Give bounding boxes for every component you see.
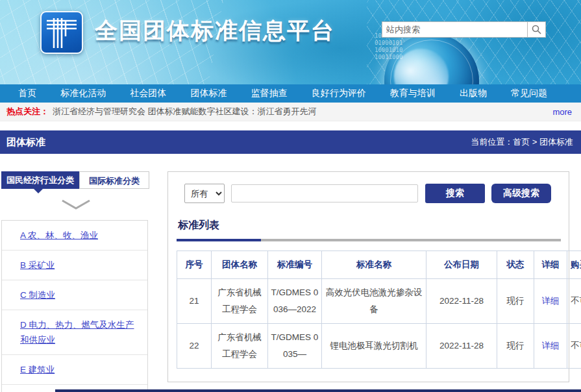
breadcrumb[interactable]: 当前位置：首页 > 团体标准 [471,136,573,148]
section-bar: 团体标准 当前位置：首页 > 团体标准 [0,130,581,154]
table-row: 21广东省机械工程学会T/GDMES 0036—2022高效光伏电池激光掺杂设备… [177,279,581,324]
page: 10101000 01000101 10001010 10011000 全国团体… [0,0,581,392]
col-header-name: 标准名称 [322,251,426,279]
search-button[interactable]: 搜索 [425,184,485,203]
main-nav: 首页标准化活动社会团体团体标准监督抽查良好行为评价教育与培训出版物常见问题 [0,84,581,103]
col-header-no: 序号 [177,251,212,279]
hot-topics-label: 热点关注： [6,106,49,117]
site-header: 10101000 01000101 10001010 10011000 全国团体… [0,0,581,84]
hot-topic-headline[interactable]: 浙江省经济与管理研究会 团体标准赋能数字社区建设：浙江省勇开先河 [53,106,317,117]
cell-detail: 详细 [534,279,567,324]
category-link[interactable]: B 采矿业 [20,260,55,270]
category-item[interactable]: B 采矿业 [2,251,147,280]
nav-item-4[interactable]: 团体标准 [190,88,227,99]
col-header-date: 公布日期 [426,251,497,279]
nav-item-9[interactable]: 常见问题 [511,88,547,99]
nav-item-8[interactable]: 出版物 [460,88,487,99]
table-row: 22广东省机械工程学会T/GDMES 0035—锂电池极耳激光切割机2022-1… [177,324,581,369]
nav-item-6[interactable]: 良好行为评价 [312,88,366,99]
category-link[interactable]: E 建筑业 [20,365,55,374]
cell-no: 21 [177,279,212,324]
category-item[interactable]: D 电力、热力、燃气及水生产和供应业 [2,310,147,355]
section-title: 团体标准 [6,136,45,149]
title-underline [177,239,561,241]
category-link[interactable]: D 电力、热力、燃气及水生产和供应业 [20,320,134,345]
site-logo-icon [40,11,83,54]
cell-status: 现行 [497,324,534,369]
col-header-org: 团体名称 [212,251,268,279]
nav-item-5[interactable]: 监督抽查 [251,88,288,99]
bottom-strip [55,389,581,392]
nav-item-1[interactable]: 首页 [18,88,36,99]
cell-status: 现行 [497,279,534,324]
site-search-button[interactable] [527,21,546,38]
nav-item-2[interactable]: 标准化活动 [60,88,106,99]
cell-org: 广东省机械工程学会 [212,324,268,369]
nav-item-3[interactable]: 社会团体 [130,88,166,99]
site-title: 全国团体标准信息平台 [95,16,335,46]
tab-international-standard-classification[interactable]: 国际标准分类 [79,171,149,189]
search-icon [532,25,541,34]
list-title: 标准列表 [178,219,561,232]
keyword-input[interactable] [231,184,418,202]
category-link[interactable]: C 制造业 [20,290,55,300]
hot-topics-bar: 热点关注： 浙江省经济与管理研究会 团体标准赋能数字社区建设：浙江省勇开先河 m… [0,103,581,121]
cell-name: 高效光伏电池激光掺杂设备 [322,279,426,324]
site-search-input[interactable] [382,21,527,38]
category-item[interactable]: C 制造业 [2,280,147,310]
detail-link[interactable]: 详细 [542,296,560,306]
cell-detail: 详细 [534,324,567,369]
content: 国民经济行业分类 国际标准分类 A 农、林、牧、渔业B 采矿业C 制造业D 电力… [0,154,581,392]
table-header-row: 序号团体名称标准编号标准名称公布日期状态详细购买信息 [177,251,581,279]
category-list: A 农、林、牧、渔业B 采矿业C 制造业D 电力、热力、燃气及水生产和供应业E … [1,220,148,392]
detail-link[interactable]: 详细 [542,341,560,350]
site-search [382,21,546,38]
cell-code: T/GDMES 0036—2022 [268,279,322,324]
cell-purchase: 不可出售 [567,324,581,369]
category-item[interactable]: A 农、林、牧、渔业 [2,221,147,251]
cell-org: 广东省机械工程学会 [212,279,268,324]
col-header-code: 标准编号 [268,251,322,279]
standards-panel: 所有 搜索 高级搜索 标准列表 序号团体名称标准编号标准名称公布日期状态详细购买… [167,171,569,382]
cell-no: 22 [177,324,212,369]
sidebar-tabs: 国民经济行业分类 国际标准分类 [1,171,151,189]
category-link[interactable]: A 农、林、牧、渔业 [20,230,98,240]
cell-date: 2022-11-28 [426,279,497,324]
cell-name: 锂电池极耳激光切割机 [322,324,426,369]
filter-select[interactable]: 所有 [184,184,225,203]
nav-item-7[interactable]: 教育与培训 [390,88,436,99]
cell-purchase: 不可出售 [567,279,581,324]
category-item[interactable]: E 建筑业 [2,355,147,385]
standards-table: 序号团体名称标准编号标准名称公布日期状态详细购买信息21广东省机械工程学会T/G… [177,251,581,369]
more-link[interactable]: more [552,107,572,117]
col-header-detail: 详细 [534,251,567,279]
col-header-status: 状态 [497,251,534,279]
cell-code: T/GDMES 0035— [268,324,322,369]
advanced-search-button[interactable]: 高级搜索 [491,184,551,203]
filter-row: 所有 搜索 高级搜索 [177,184,561,203]
sidebar: 国民经济行业分类 国际标准分类 A 农、林、牧、渔业B 采矿业C 制造业D 电力… [1,171,151,392]
col-header-purchase: 购买信息 [567,251,581,279]
cell-date: 2022-11-28 [426,324,497,369]
tab-national-economy-classification[interactable]: 国民经济行业分类 [1,171,79,189]
chevron-down-icon [61,199,91,212]
